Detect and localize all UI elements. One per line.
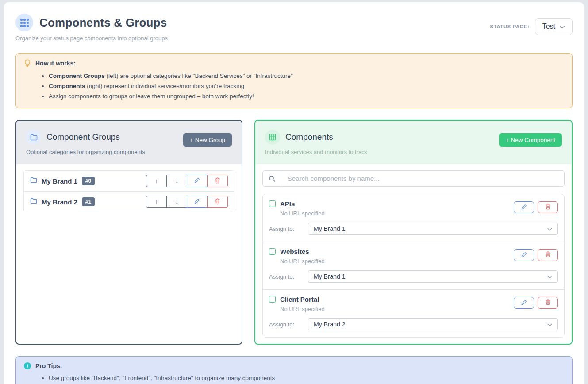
chevron-down-icon xyxy=(547,225,552,233)
component-name: Client Portal xyxy=(280,296,319,303)
components-subtitle: Individual services and monitors to trac… xyxy=(265,149,367,155)
group-row: My Brand 2 #1 ↑ ↓ xyxy=(24,191,234,212)
trash-icon xyxy=(215,177,220,185)
assign-to-label: Assign to: xyxy=(269,226,308,232)
component-actions xyxy=(514,296,558,309)
component-row: Websites No URL specified xyxy=(263,242,564,289)
components-title: Components xyxy=(285,132,333,142)
component-name: Websites xyxy=(280,248,309,255)
trash-icon xyxy=(545,204,551,211)
component-url-status: No URL specified xyxy=(280,258,325,265)
table-grid-icon xyxy=(265,130,280,145)
assigned-group-value: My Brand 2 xyxy=(314,321,346,328)
info-icon: i xyxy=(24,362,31,369)
move-up-button[interactable]: ↑ xyxy=(146,196,167,208)
search-input[interactable] xyxy=(281,171,564,186)
search-icon xyxy=(263,171,281,186)
pro-tips-item: Use groups like "Backend", "Frontend", "… xyxy=(49,373,564,383)
edit-component-button[interactable] xyxy=(514,297,534,309)
pencil-icon xyxy=(521,204,527,211)
trash-icon xyxy=(545,299,551,307)
components-panel: Components Individual services and monit… xyxy=(254,120,573,345)
chevron-down-icon xyxy=(560,23,565,31)
status-page-value: Test xyxy=(542,23,555,31)
edit-group-button[interactable] xyxy=(187,175,208,187)
assign-group-select[interactable]: My Brand 1 xyxy=(308,223,558,235)
pencil-icon xyxy=(521,300,527,307)
group-name: My Brand 1 xyxy=(42,177,77,185)
assign-group-select[interactable]: My Brand 2 xyxy=(308,318,558,330)
folder-icon xyxy=(30,177,37,185)
trash-icon xyxy=(215,198,220,206)
assigned-group-value: My Brand 1 xyxy=(314,273,346,280)
component-checkbox[interactable] xyxy=(269,296,276,303)
component-row: APIs No URL specified xyxy=(263,194,564,242)
group-actions: ↑ ↓ xyxy=(146,175,228,187)
component-row: Client Portal No URL specified xyxy=(263,289,564,337)
move-up-button[interactable]: ↑ xyxy=(146,175,167,187)
group-actions: ↑ ↓ xyxy=(146,196,228,208)
page-title: Components & Groups xyxy=(39,16,167,30)
up-arrow-icon: ↑ xyxy=(155,177,158,184)
group-order-badge: #1 xyxy=(82,197,95,206)
assigned-group-value: My Brand 1 xyxy=(314,225,346,232)
assign-to-label: Assign to: xyxy=(269,273,308,280)
down-arrow-icon: ↓ xyxy=(175,177,178,184)
page-subtitle: Organize your status page components int… xyxy=(15,35,168,42)
pencil-icon xyxy=(521,252,527,259)
delete-component-button[interactable] xyxy=(538,201,558,213)
new-component-button[interactable]: + New Component xyxy=(499,133,562,147)
component-groups-header: Component Groups Optional categories for… xyxy=(16,121,242,164)
edit-component-button[interactable] xyxy=(514,249,534,261)
lightbulb-icon xyxy=(24,59,31,67)
component-groups-subtitle: Optional categories for organizing compo… xyxy=(26,149,145,155)
assign-to-label: Assign to: xyxy=(269,321,308,328)
delete-group-button[interactable] xyxy=(207,175,228,187)
component-url-status: No URL specified xyxy=(280,306,325,312)
assign-group-select[interactable]: My Brand 1 xyxy=(308,270,558,283)
group-row: My Brand 1 #0 ↑ ↓ xyxy=(24,171,234,191)
status-page-select[interactable]: Test xyxy=(535,18,573,35)
how-it-works-title: How it works: xyxy=(35,60,76,67)
group-name: My Brand 2 xyxy=(42,198,77,206)
delete-component-button[interactable] xyxy=(538,297,558,309)
components-header: Components Individual services and monit… xyxy=(255,121,572,164)
chevron-down-icon xyxy=(547,273,552,280)
page-header: Components & Groups Organize your status… xyxy=(15,14,573,42)
folder-icon xyxy=(26,130,41,145)
how-it-works-item: Component Groups (left) are optional cat… xyxy=(49,71,564,81)
how-it-works-item: Components (right) represent individual … xyxy=(49,81,564,91)
delete-group-button[interactable] xyxy=(207,196,228,208)
component-name: APIs xyxy=(280,200,295,207)
component-checkbox[interactable] xyxy=(269,200,276,207)
group-list: My Brand 1 #0 ↑ ↓ xyxy=(23,170,234,212)
page-card: Components & Groups Organize your status… xyxy=(4,2,584,384)
how-it-works-item-bold: Components xyxy=(49,83,85,89)
move-down-button[interactable]: ↓ xyxy=(166,175,187,187)
folder-icon xyxy=(30,198,37,206)
how-it-works-item-bold: Component Groups xyxy=(49,73,105,79)
pencil-icon xyxy=(194,198,200,205)
move-down-button[interactable]: ↓ xyxy=(166,196,187,208)
pro-tips-box: i Pro Tips: Use groups like "Backend", "… xyxy=(15,356,573,384)
how-it-works-item-text: Assign components to groups or leave the… xyxy=(49,93,254,100)
component-actions xyxy=(514,200,558,213)
edit-group-button[interactable] xyxy=(187,196,208,208)
trash-icon xyxy=(545,251,551,259)
how-it-works-item: Assign components to groups or leave the… xyxy=(49,91,564,101)
how-it-works-item-text: (right) represent individual services/mo… xyxy=(85,83,245,89)
component-search xyxy=(262,170,565,187)
group-order-badge: #0 xyxy=(82,177,95,185)
status-page-label: STATUS PAGE: xyxy=(490,24,530,29)
new-group-button[interactable]: + New Group xyxy=(183,133,232,147)
component-checkbox[interactable] xyxy=(269,248,276,255)
edit-component-button[interactable] xyxy=(514,201,534,213)
chevron-down-icon xyxy=(547,320,552,328)
delete-component-button[interactable] xyxy=(538,249,558,261)
up-arrow-icon: ↑ xyxy=(155,198,158,205)
how-it-works-box: How it works: Component Groups (left) ar… xyxy=(15,53,573,108)
pencil-icon xyxy=(194,177,200,184)
pro-tips-list: Use groups like "Backend", "Frontend", "… xyxy=(49,373,564,384)
component-url-status: No URL specified xyxy=(280,210,325,217)
component-groups-panel: Component Groups Optional categories for… xyxy=(15,120,242,345)
